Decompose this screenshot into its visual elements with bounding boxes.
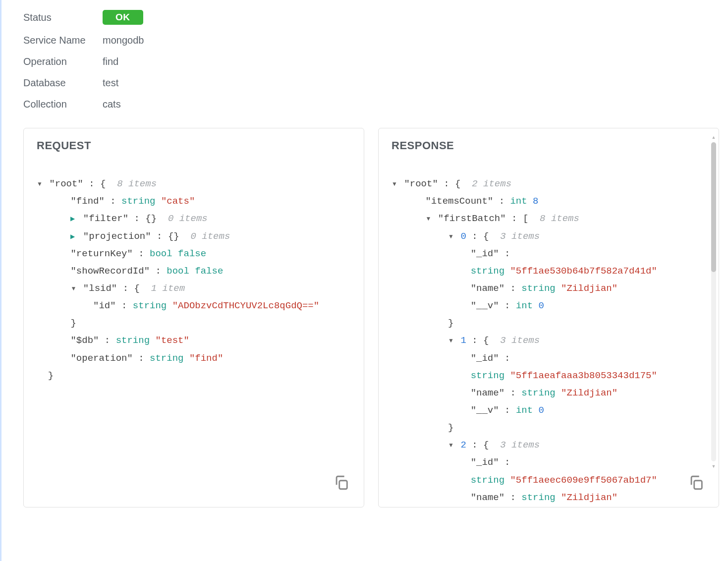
json-index: 0 [460, 231, 466, 242]
json-key: "operation" [70, 353, 132, 364]
json-value: "Zildjian" [561, 388, 617, 398]
json-key: "find" [70, 196, 104, 207]
json-value: "cats" [161, 196, 195, 207]
meta-row-database: Database test [23, 77, 719, 89]
json-value: "ADObzvCdTHCYUV2Lc8qGdQ==" [172, 300, 319, 311]
response-scrollbar[interactable]: ▲ ▼ [711, 142, 716, 461]
json-value: false [178, 248, 206, 259]
tree-toggle[interactable]: ▼ [37, 178, 44, 189]
json-key: "__v" [471, 405, 499, 416]
request-json-tree[interactable]: ▼ "root" : { 8 items "find" : string "ca… [37, 158, 351, 505]
meta-label-collection: Collection [23, 99, 103, 110]
json-key: "__v" [471, 300, 499, 311]
json-value: "5ff1aeafaaa3b8053343d175" [510, 370, 657, 381]
meta-row-status: Status OK [23, 10, 719, 25]
tree-toggle[interactable]: ▶ [70, 231, 77, 242]
json-key: "id" [93, 300, 116, 311]
json-value: "5ff1ae530b64b7f582a7d41d" [510, 266, 657, 277]
json-value: "Zildjian" [561, 283, 617, 294]
json-key: "name" [471, 283, 504, 294]
response-panel: RESPONSE ▼ "root" : { 2 items "itemsCoun… [378, 128, 719, 507]
tree-toggle[interactable]: ▼ [448, 231, 455, 242]
svg-rect-0 [339, 481, 347, 489]
meta-value-operation: find [103, 56, 118, 67]
copy-request-button[interactable] [333, 474, 350, 493]
json-value: 0 [539, 405, 544, 416]
panels-row: REQUEST ▼ "root" : { 8 items "find" : st… [23, 128, 719, 507]
tree-toggle[interactable]: ▼ [392, 178, 398, 189]
json-key: "filter" [83, 213, 128, 224]
copy-icon [333, 474, 350, 491]
json-index: 1 [460, 335, 466, 346]
scroll-down-icon: ▼ [711, 464, 716, 468]
meta-row-service-name: Service Name mongodb [23, 35, 719, 46]
meta-value-collection: cats [103, 99, 121, 110]
json-key: "$db" [70, 335, 99, 346]
json-value: 0 [539, 300, 544, 311]
json-key: "lsid" [83, 283, 117, 294]
meta-label-status: Status [23, 12, 103, 23]
json-value: "5ff1aeec609e9ff5067ab1d7" [510, 475, 657, 486]
json-key: "_id" [471, 248, 499, 259]
tree-toggle[interactable]: ▼ [70, 283, 77, 294]
json-key: "_id" [471, 457, 499, 468]
tree-toggle[interactable]: ▶ [70, 213, 77, 224]
scroll-up-icon: ▲ [711, 135, 716, 139]
meta-label-database: Database [23, 77, 103, 89]
tree-toggle[interactable]: ▼ [425, 213, 432, 224]
meta-label-operation: Operation [23, 56, 103, 67]
request-panel-title: REQUEST [37, 139, 351, 152]
copy-icon [688, 474, 705, 491]
json-key: "root" [404, 178, 438, 189]
scroll-thumb[interactable] [711, 142, 716, 272]
response-json-tree[interactable]: ▼ "root" : { 2 items "itemsCount" : int … [392, 158, 706, 505]
json-key: "_id" [471, 353, 499, 364]
meta-value-service-name: mongodb [103, 35, 144, 46]
json-key: "firstBatch" [438, 213, 506, 224]
json-value: "Zildjian" [561, 492, 617, 503]
json-key: "root" [49, 178, 83, 189]
json-key: "projection" [83, 231, 151, 242]
trace-detail-view: Status OK Service Name mongodb Operation… [0, 0, 728, 561]
response-panel-title: RESPONSE [392, 139, 706, 152]
copy-response-button[interactable] [688, 474, 705, 493]
tree-toggle[interactable]: ▼ [448, 440, 455, 450]
json-value: 8 [533, 196, 538, 207]
meta-value-database: test [103, 77, 118, 89]
json-key: "name" [471, 492, 504, 503]
json-value: false [195, 266, 223, 277]
meta-table: Status OK Service Name mongodb Operation… [23, 10, 719, 110]
status-badge: OK [103, 10, 143, 25]
json-value: "test" [155, 335, 189, 346]
json-key: "showRecordId" [70, 266, 150, 277]
tree-toggle[interactable]: ▼ [448, 335, 455, 346]
meta-label-service-name: Service Name [23, 35, 103, 46]
meta-row-operation: Operation find [23, 56, 719, 67]
json-key: "itemsCount" [425, 196, 493, 207]
meta-row-collection: Collection cats [23, 99, 719, 110]
svg-rect-1 [694, 481, 702, 489]
json-index: 2 [460, 440, 466, 450]
json-value: "find" [189, 353, 223, 364]
json-key: "name" [471, 388, 504, 398]
json-key: "returnKey" [70, 248, 132, 259]
request-panel: REQUEST ▼ "root" : { 8 items "find" : st… [23, 128, 364, 507]
